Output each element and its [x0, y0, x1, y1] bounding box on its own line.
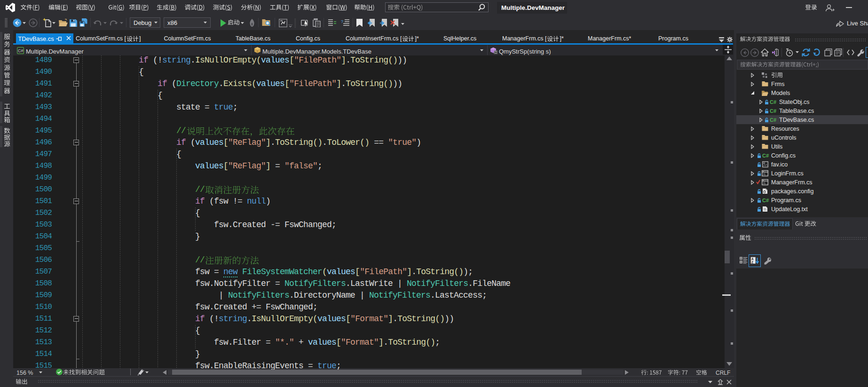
svg-text:Z: Z — [751, 261, 753, 264]
svg-text:?: ? — [341, 19, 343, 24]
svg-text:C#: C# — [762, 153, 769, 158]
svg-text:C#: C# — [770, 117, 776, 123]
svg-text:C#: C# — [770, 108, 776, 114]
svg-text:C#: C# — [18, 48, 24, 53]
svg-text:A: A — [751, 257, 754, 261]
svg-text:C#: C# — [762, 197, 769, 203]
svg-text:C#: C# — [770, 99, 776, 105]
